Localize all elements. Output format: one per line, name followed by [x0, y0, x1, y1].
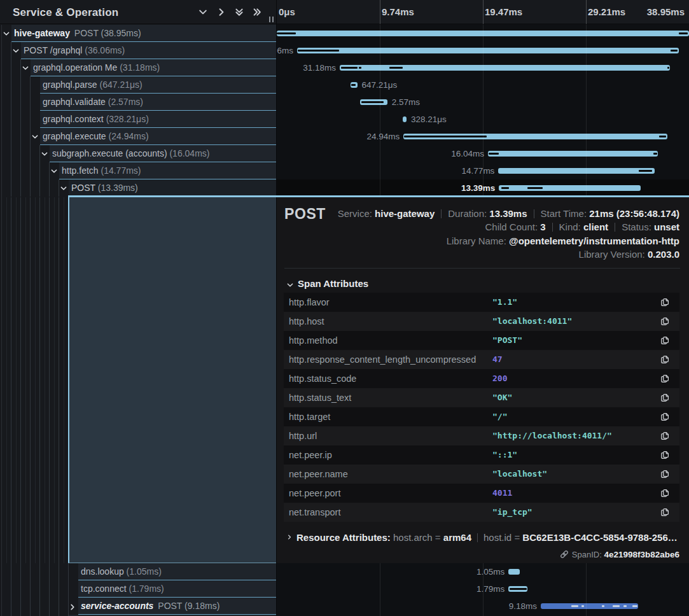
- collapse-one-icon[interactable]: [198, 8, 207, 17]
- span-bar[interactable]: [297, 48, 679, 53]
- attribute-row: http.target"/": [284, 407, 679, 426]
- chevron-down-icon[interactable]: [3, 31, 10, 36]
- span-tree-row[interactable]: http.fetch (14.77ms): [0, 162, 276, 179]
- chevron-down-icon[interactable]: [41, 151, 48, 157]
- span-tree-row[interactable]: tcp.connect (1.79ms): [0, 580, 276, 598]
- attribute-key: http.host: [289, 312, 324, 331]
- axis-tick-label: 38.95ms: [647, 6, 685, 17]
- indent-guide: [11, 179, 11, 197]
- overview-label: Duration:: [448, 208, 489, 219]
- overview-line: Library Name: @opentelemetry/instrumenta…: [338, 234, 679, 248]
- copy-icon[interactable]: [660, 298, 669, 307]
- span-tree-row[interactable]: graphql.operation Me (31.18ms): [0, 59, 276, 76]
- copy-icon[interactable]: [660, 393, 669, 402]
- chevron-down-icon[interactable]: [13, 48, 19, 53]
- span-tree-row[interactable]: POST /graphql (36.06ms): [0, 42, 276, 59]
- operation-name: POST: [155, 601, 184, 611]
- attribute-value: "::1": [492, 445, 517, 465]
- copy-icon[interactable]: [660, 355, 669, 364]
- span-bar[interactable]: [403, 116, 406, 122]
- expand-one-icon[interactable]: [217, 8, 226, 17]
- indent-guide: [45, 197, 45, 563]
- indent-guide: [30, 76, 31, 94]
- copy-icon[interactable]: [660, 412, 669, 421]
- span-bar[interactable]: [498, 168, 655, 174]
- span-tree-row[interactable]: hive-gateway POST (38.95ms): [0, 25, 276, 42]
- bar-child-mark: [571, 605, 578, 607]
- indent-guide: [39, 197, 40, 563]
- attribute-row: http.status_text"OK": [284, 388, 679, 407]
- span-tree-row[interactable]: graphql.validate (2.57ms): [0, 94, 276, 111]
- span-tree-row[interactable]: graphql.parse (647.21μs): [0, 76, 276, 94]
- span-bar[interactable]: [508, 569, 519, 575]
- operation-name: http.fetch: [62, 165, 101, 176]
- span-id-row: SpanID: 4e21998f3b82abe6: [560, 550, 679, 561]
- copy-icon[interactable]: [660, 374, 669, 383]
- chevron-down-icon[interactable]: [60, 186, 67, 191]
- indent-guide: [11, 111, 11, 128]
- critical-path-mark: [404, 136, 487, 137]
- span-tree-row[interactable]: graphql.execute (24.94ms): [0, 128, 276, 145]
- overview-separator: [552, 223, 553, 232]
- span-tree-row[interactable]: service-accounts POST (9.18ms): [0, 598, 276, 615]
- indent-guide: [20, 197, 21, 563]
- span-detail-panel: POST Service: hive-gatewayDuration: 13.3…: [277, 197, 689, 563]
- span-tree-row[interactable]: subgraph.execute (accounts) (16.04ms): [0, 145, 276, 162]
- expand-all-icon[interactable]: [253, 8, 261, 17]
- attribute-key: http.status_text: [289, 388, 351, 407]
- span-duration: (31.18ms): [120, 62, 160, 73]
- indent-guide: [49, 162, 50, 179]
- span-tree-row[interactable]: POST (13.39ms): [0, 179, 276, 197]
- indent-guide: [39, 179, 40, 197]
- attribute-key: net.transport: [289, 503, 340, 522]
- copy-icon[interactable]: [660, 451, 669, 459]
- indent-guide: [30, 598, 31, 615]
- copy-icon[interactable]: [660, 508, 669, 517]
- copy-icon[interactable]: [660, 336, 669, 345]
- timeline-gridline: [586, 0, 587, 24]
- copy-icon[interactable]: [660, 489, 669, 498]
- indent-guide: [11, 563, 11, 580]
- critical-path-mark: [361, 101, 384, 103]
- pane-resize-handle[interactable]: [269, 17, 274, 22]
- span-duration: (9.18ms): [184, 601, 219, 611]
- attribute-row: http.url"http://localhost:4011/": [284, 426, 679, 445]
- operation-name: graphql.execute: [43, 131, 109, 141]
- indent-guide: [20, 94, 21, 111]
- detail-span-title: POST: [284, 206, 326, 223]
- operation-name: POST /graphql: [24, 45, 85, 55]
- link-icon[interactable]: [560, 550, 572, 559]
- chevron-down-icon[interactable]: [32, 134, 38, 139]
- attribute-key: http.flavor: [289, 293, 330, 312]
- indent-guide: [11, 76, 11, 94]
- copy-icon[interactable]: [660, 317, 669, 326]
- indent-guide: [59, 598, 59, 615]
- critical-path-mark: [671, 50, 678, 52]
- indent-guide: [11, 145, 11, 162]
- span-tree-row[interactable]: dns.lookup (1.05ms): [0, 563, 276, 580]
- overview-value: 21ms (23:56:48.174): [589, 208, 679, 219]
- span-tree-row[interactable]: graphql.context (328.21μs): [0, 111, 276, 128]
- operation-name: graphql.operation Me: [33, 62, 120, 73]
- indent-guide: [59, 179, 59, 197]
- resource-value: arm64: [443, 532, 471, 543]
- attribute-key: http.response_content_length_uncompresse…: [289, 350, 476, 369]
- collapse-all-icon[interactable]: [235, 8, 244, 17]
- span-bar[interactable]: [499, 185, 641, 191]
- attribute-value: "POST": [492, 331, 522, 350]
- chevron-right-icon[interactable]: [70, 604, 76, 609]
- copy-icon[interactable]: [660, 470, 669, 479]
- span-id-value: 4e21998f3b82abe6: [604, 550, 679, 559]
- copy-icon[interactable]: [660, 431, 669, 440]
- axis-tick-label: 19.47ms: [485, 6, 522, 17]
- attribute-key: http.url: [289, 426, 317, 445]
- indent-guide: [25, 197, 26, 563]
- indent-guide: [20, 598, 21, 615]
- indent-guide: [11, 580, 11, 598]
- span-bar[interactable]: [488, 151, 658, 157]
- chevron-down-icon[interactable]: [22, 66, 29, 71]
- resource-value: BC62E13B-C4CC-5854-9788-256…: [522, 532, 677, 543]
- chevron-down-icon[interactable]: [51, 169, 57, 174]
- bar-child-mark: [632, 605, 637, 607]
- overview-value: 0.203.0: [648, 249, 679, 260]
